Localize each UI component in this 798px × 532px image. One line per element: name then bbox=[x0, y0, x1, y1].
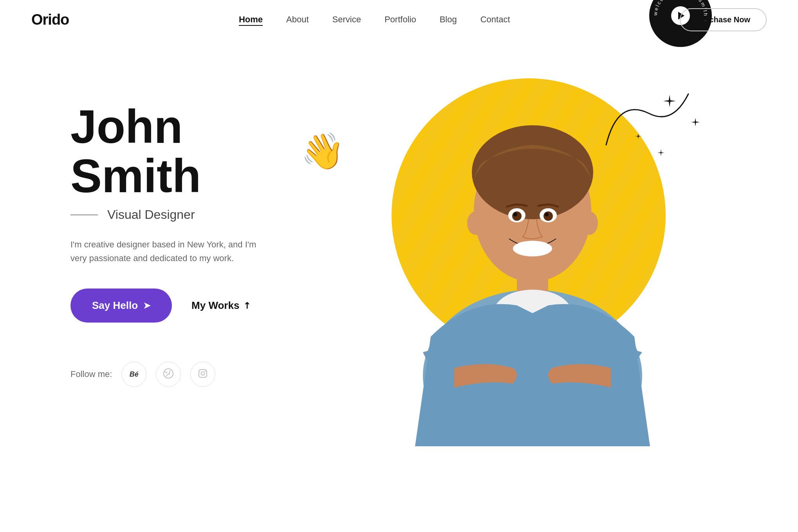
my-works-label: My Works bbox=[191, 299, 239, 312]
follow-label: Follow me: bbox=[70, 369, 112, 379]
svg-point-0 bbox=[164, 369, 173, 378]
wave-emoji-icon: 👋 bbox=[301, 133, 345, 170]
arrow-icon: ↗ bbox=[241, 299, 253, 312]
sparkle-1-icon bbox=[663, 94, 677, 111]
nav-link-home[interactable]: Home bbox=[239, 14, 263, 26]
nav-link-blog[interactable]: Blog bbox=[440, 14, 457, 24]
say-hello-label: Say Hello bbox=[92, 299, 138, 312]
svg-rect-1 bbox=[199, 370, 207, 377]
squiggle-top-right-icon bbox=[594, 82, 696, 161]
sparkle-3-icon bbox=[657, 149, 665, 158]
instagram-button[interactable] bbox=[190, 362, 215, 387]
svg-point-16 bbox=[467, 211, 484, 235]
nav-item-contact[interactable]: Contact bbox=[480, 14, 510, 25]
sparkle-2-icon bbox=[691, 117, 700, 129]
behance-button[interactable]: Bé bbox=[121, 362, 146, 387]
svg-point-8 bbox=[472, 125, 593, 219]
behance-icon: Bé bbox=[130, 370, 139, 379]
svg-point-14 bbox=[513, 213, 517, 216]
title-separator bbox=[70, 215, 98, 215]
svg-point-3 bbox=[205, 371, 206, 371]
nav-item-blog[interactable]: Blog bbox=[440, 14, 457, 25]
dribbble-button[interactable] bbox=[156, 362, 181, 387]
nav-link-service[interactable]: Service bbox=[332, 14, 361, 24]
nav-item-service[interactable]: Service bbox=[332, 14, 361, 25]
nav-link-contact[interactable]: Contact bbox=[480, 14, 510, 24]
hero-left: John Smith 👋 Visual Designer I'm creativ… bbox=[70, 70, 345, 387]
my-works-button[interactable]: My Works ↗ bbox=[191, 299, 250, 312]
purchase-now-button[interactable]: Purchase Now bbox=[680, 8, 767, 31]
hero-title: Visual Designer bbox=[107, 207, 195, 222]
hero-name: John Smith 👋 bbox=[70, 102, 345, 200]
navbar: Orido Home About Service Portfolio Blog … bbox=[0, 0, 798, 39]
sparkle-4-icon bbox=[635, 133, 641, 141]
svg-point-15 bbox=[545, 213, 549, 216]
nav-links: Home About Service Portfolio Blog Contac… bbox=[239, 14, 510, 25]
brand-logo[interactable]: Orido bbox=[31, 11, 69, 28]
say-hello-button[interactable]: Say Hello ➤ bbox=[70, 289, 172, 323]
svg-point-17 bbox=[581, 211, 598, 235]
nav-item-home[interactable]: Home bbox=[239, 14, 263, 25]
send-icon: ➤ bbox=[143, 301, 150, 311]
nav-link-portfolio[interactable]: Portfolio bbox=[385, 14, 416, 24]
hero-name-text: John Smith bbox=[70, 102, 293, 200]
svg-point-12 bbox=[512, 211, 522, 221]
follow-row: Follow me: Bé bbox=[70, 362, 345, 387]
hero-title-row: Visual Designer bbox=[70, 207, 345, 222]
nav-item-portfolio[interactable]: Portfolio bbox=[385, 14, 416, 25]
hero-section: John Smith 👋 Visual Designer I'm creativ… bbox=[0, 39, 798, 509]
svg-point-9 bbox=[513, 241, 552, 256]
nav-item-about[interactable]: About bbox=[286, 14, 309, 25]
hero-description: I'm creative designer based in New York,… bbox=[70, 238, 274, 265]
nav-link-about[interactable]: About bbox=[286, 14, 309, 24]
dribbble-icon bbox=[163, 368, 173, 381]
svg-point-13 bbox=[543, 211, 553, 221]
instagram-icon bbox=[198, 368, 208, 381]
hero-buttons: Say Hello ➤ My Works ↗ bbox=[70, 289, 345, 323]
svg-point-2 bbox=[201, 371, 205, 375]
